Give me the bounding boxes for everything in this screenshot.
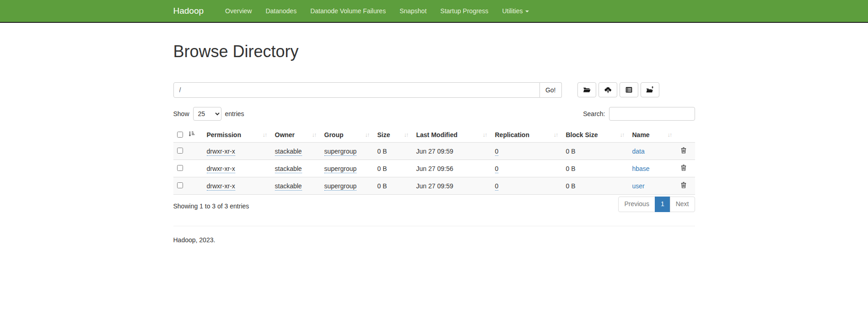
replication-cell[interactable]: 0 [495,182,499,191]
owner-cell[interactable]: stackable [275,182,302,191]
nav-item-startup-progress[interactable]: Startup Progress [433,0,495,22]
last-modified-cell: Jun 27 09:56 [413,160,491,177]
column-label: Permission [207,131,241,138]
row-checkbox[interactable] [177,148,183,154]
column-header-block-size[interactable]: Block Size↓↑ [562,127,629,143]
group-cell[interactable]: supergroup [324,165,357,173]
sort-icon: ↓↑ [554,131,559,138]
block-size-cell: 0 B [562,177,629,195]
name-link[interactable]: hbase [632,165,650,172]
column-header-owner[interactable]: Owner↓↑ [271,127,321,143]
size-cell: 0 B [374,177,413,195]
column-label: Replication [495,131,529,138]
column-header-permission[interactable]: Permission↓↑ [203,127,271,143]
table-row: drwxr-xr-x stackable supergroup 0 B Jun … [173,143,695,160]
trash-icon[interactable] [680,146,687,154]
trash-icon[interactable] [680,181,687,189]
sort-icon: ↓↑ [668,131,673,138]
column-header-replication[interactable]: Replication↓↑ [491,127,562,143]
directory-path-input[interactable] [173,82,540,98]
name-link[interactable]: data [632,148,645,155]
column-label: Owner [275,131,295,138]
owner-cell[interactable]: stackable [275,148,302,156]
permission-cell[interactable]: drwxr-xr-x [207,148,235,156]
nav-links: OverviewDatanodesDatanode Volume Failure… [218,0,495,22]
trash-icon[interactable] [680,164,687,172]
list-alt-button[interactable] [620,82,638,97]
entries-label: entries [225,110,244,117]
folder-move-icon [646,85,654,94]
column-label: Name [632,131,650,138]
show-label: Show [173,110,189,117]
path-bar: Go! [173,82,695,98]
page-title: Browse Directory [173,42,695,61]
size-cell: 0 B [374,143,413,160]
sort-ascending-icon [189,131,195,138]
go-button[interactable]: Go! [540,82,562,98]
sort-icon: ↓↑ [365,131,370,138]
column-header-last-modified[interactable]: Last Modified↓↑ [413,127,491,143]
last-modified-cell: Jun 27 09:59 [413,177,491,195]
table-row: drwxr-xr-x stackable supergroup 0 B Jun … [173,177,695,195]
folder-open-icon [582,85,591,94]
owner-cell[interactable]: stackable [275,165,302,173]
size-cell: 0 B [374,160,413,177]
nav-item-snapshot[interactable]: Snapshot [393,0,433,22]
replication-cell[interactable]: 0 [495,148,499,156]
column-label: Size [377,131,390,138]
cloud-upload-icon [604,85,612,94]
folder-open-button[interactable] [577,82,596,97]
pagination-next[interactable]: Next [670,197,695,212]
folder-move-button[interactable] [641,82,659,97]
column-header-size[interactable]: Size↓↑ [374,127,413,143]
sort-icon: ↓↑ [483,131,488,138]
sort-icon: ↓↑ [620,131,625,138]
search-label: Search: [583,110,605,117]
column-label: Block Size [566,131,598,138]
column-header-name[interactable]: Name↓↑ [629,127,676,143]
select-all-checkbox[interactable] [177,132,183,138]
list-alt-icon [625,85,633,94]
table-row: drwxr-xr-x stackable supergroup 0 B Jun … [173,160,695,177]
table-search-input[interactable] [609,107,695,121]
upload-file-button[interactable] [598,82,617,97]
column-label: Last Modified [416,131,458,138]
pagination-page-1[interactable]: 1 [655,197,670,212]
permission-cell[interactable]: drwxr-xr-x [207,165,235,173]
directory-table: Permission↓↑ Owner↓↑ Group↓↑ Size↓↑ Last… [173,127,695,195]
sort-icon: ↓↑ [312,131,317,138]
permission-cell[interactable]: drwxr-xr-x [207,182,235,191]
sort-icon: ↓↑ [404,131,409,138]
column-header-actions [676,127,695,143]
block-size-cell: 0 B [562,143,629,160]
replication-cell[interactable]: 0 [495,165,499,173]
group-cell[interactable]: supergroup [324,148,357,156]
navbar-brand[interactable]: Hadoop [173,6,204,16]
column-label: Group [324,131,344,138]
column-header-group[interactable]: Group↓↑ [321,127,374,143]
pagination-previous[interactable]: Previous [618,197,655,212]
nav-item-datanode-volume-failures[interactable]: Datanode Volume Failures [303,0,393,22]
row-checkbox[interactable] [177,165,183,171]
table-info: Showing 1 to 3 of 3 entries [173,199,249,210]
nav-item-datanodes[interactable]: Datanodes [259,0,303,22]
block-size-cell: 0 B [562,160,629,177]
group-cell[interactable]: supergroup [324,182,357,191]
name-link[interactable]: user [632,182,645,190]
column-header-select[interactable] [173,127,203,143]
nav-item-overview[interactable]: Overview [218,0,259,22]
footer-text: Hadoop, 2023. [173,236,695,244]
last-modified-cell: Jun 27 09:59 [413,143,491,160]
table-controls: Show 25 entries Search: [173,107,695,121]
directory-actions [577,82,659,97]
row-checkbox[interactable] [177,182,183,188]
nav-item-utilities[interactable]: Utilities [495,0,535,22]
navbar: Hadoop OverviewDatanodesDatanode Volume … [0,0,868,23]
footer-divider [173,226,695,226]
pagination: Previous 1 Next [618,197,695,212]
page-length-select[interactable]: 25 [193,107,221,121]
sort-icon: ↓↑ [263,131,268,138]
table-header-row: Permission↓↑ Owner↓↑ Group↓↑ Size↓↑ Last… [173,127,695,143]
caret-down-icon [525,11,529,12]
nav-item-utilities-label: Utilities [502,7,523,15]
